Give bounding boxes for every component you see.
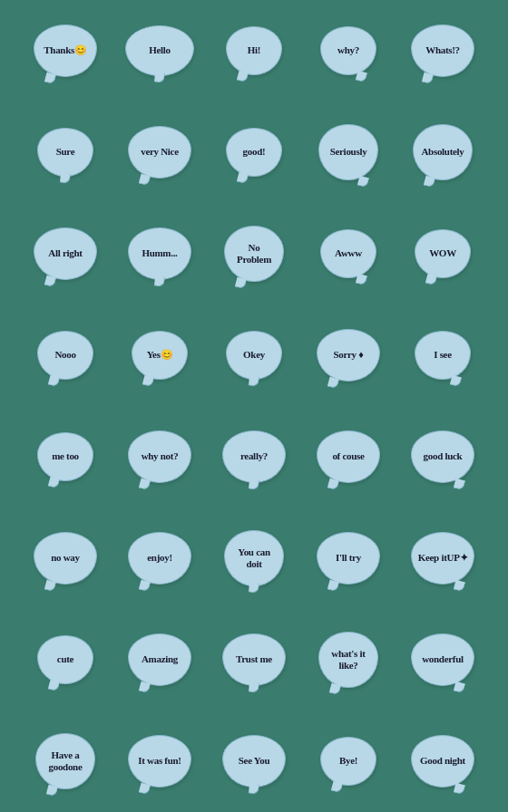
sticker-cell[interactable]: me too [20, 408, 111, 506]
bubble-text: Okey [243, 349, 265, 361]
bubble-text: Humm... [142, 247, 177, 259]
sticker-cell[interactable]: Sorry ♦ [303, 306, 394, 404]
sticker-cell[interactable]: wonderful [397, 611, 488, 709]
sticker-cell[interactable]: I see [397, 306, 488, 404]
speech-bubble: Seriously [318, 124, 378, 180]
sticker-cell[interactable]: Seriously [303, 103, 394, 201]
speech-bubble: Hi! [226, 26, 282, 75]
speech-bubble: I'll try [317, 532, 380, 585]
speech-bubble: wonderful [411, 633, 474, 686]
speech-bubble: No Problem [224, 226, 284, 282]
sticker-cell[interactable]: Sure [20, 103, 111, 201]
speech-bubble: Okey [226, 331, 282, 380]
sticker-cell[interactable]: WOW [397, 205, 488, 303]
sticker-cell[interactable]: Hi! [209, 2, 299, 100]
bubble-text: I'll try [336, 552, 361, 564]
sticker-cell[interactable]: It was fun! [114, 712, 205, 810]
speech-bubble: me too [37, 432, 93, 481]
sticker-cell[interactable]: See You [209, 712, 299, 810]
speech-bubble: Whats!? [411, 24, 474, 77]
speech-bubble: why? [320, 26, 376, 75]
sticker-cell[interactable]: Keep itUP✦ [397, 509, 488, 607]
sticker-cell[interactable]: Have a goodone [20, 712, 111, 810]
speech-bubble: what's it like? [318, 632, 378, 688]
sticker-cell[interactable]: Bye! [303, 712, 394, 810]
sticker-cell[interactable]: why? [303, 2, 394, 100]
sticker-cell[interactable]: Yes😊 [114, 306, 205, 404]
sticker-cell[interactable]: Nooo [20, 306, 111, 404]
bubble-text: Awww [335, 247, 362, 259]
sticker-cell[interactable]: no way [20, 509, 111, 607]
bubble-text: why not? [142, 450, 179, 462]
sticker-cell[interactable]: Trust me [209, 611, 299, 709]
bubble-text: good! [243, 146, 266, 158]
sticker-cell[interactable]: Humm... [114, 205, 205, 303]
sticker-cell[interactable]: good! [209, 103, 299, 201]
sticker-grid: Thanks😊HelloHi!why?Whats!?Surevery Niceg… [11, 0, 497, 812]
bubble-text: Yes😊 [147, 349, 173, 361]
speech-bubble: Trust me [222, 633, 286, 686]
sticker-cell[interactable]: cute [20, 611, 111, 709]
speech-bubble: Good night [411, 735, 474, 788]
sticker-cell[interactable]: You can doit [209, 509, 299, 607]
bubble-text: me too [52, 450, 79, 462]
bubble-text: You can doit [230, 546, 278, 570]
sticker-cell[interactable]: No Problem [209, 205, 299, 303]
speech-bubble: good! [226, 128, 282, 177]
speech-bubble: WOW [415, 229, 471, 278]
speech-bubble: very Nice [128, 126, 191, 179]
bubble-text: No Problem [230, 242, 278, 266]
bubble-text: of couse [332, 450, 364, 462]
sticker-cell[interactable]: Absolutely [397, 103, 488, 201]
sticker-cell[interactable]: enjoy! [114, 509, 205, 607]
sticker-cell[interactable]: Thanks😊 [20, 2, 111, 100]
sticker-cell[interactable]: Awww [303, 205, 394, 303]
bubble-text: why? [337, 44, 359, 56]
speech-bubble: good luck [411, 430, 474, 483]
bubble-text: Sorry ♦ [333, 349, 363, 361]
sticker-cell[interactable]: Good night [397, 712, 488, 810]
speech-bubble: It was fun! [128, 735, 191, 788]
speech-bubble: Keep itUP✦ [411, 532, 474, 585]
sticker-cell[interactable]: really? [209, 408, 299, 506]
speech-bubble: You can doit [224, 530, 284, 586]
speech-bubble: Awww [320, 229, 376, 278]
bubble-text: Hi! [248, 44, 260, 56]
speech-bubble: Hello [125, 25, 194, 76]
sticker-cell[interactable]: good luck [397, 408, 488, 506]
bubble-text: what's it like? [325, 648, 372, 672]
sticker-cell[interactable]: of couse [303, 408, 394, 506]
sticker-cell[interactable]: Amazing [114, 611, 205, 709]
speech-bubble: why not? [128, 430, 191, 483]
sticker-cell[interactable]: Whats!? [397, 2, 488, 100]
sticker-cell[interactable]: All right [20, 205, 111, 303]
speech-bubble: Thanks😊 [34, 24, 97, 77]
bubble-text: Have a goodone [42, 749, 89, 773]
bubble-text: I see [434, 349, 452, 361]
bubble-text: Keep itUP✦ [418, 552, 468, 564]
speech-bubble: really? [222, 430, 286, 483]
speech-bubble: Sorry ♦ [317, 329, 380, 382]
speech-bubble: See You [222, 735, 286, 788]
bubble-text: good luck [424, 450, 463, 462]
sticker-cell[interactable]: what's it like? [303, 611, 394, 709]
sticker-cell[interactable]: I'll try [303, 509, 394, 607]
bubble-text: Whats!? [425, 44, 460, 56]
sticker-cell[interactable]: why not? [114, 408, 205, 506]
sticker-cell[interactable]: very Nice [114, 103, 205, 201]
bubble-text: Trust me [236, 653, 272, 665]
bubble-text: wonderful [422, 653, 464, 665]
speech-bubble: enjoy! [128, 532, 191, 585]
speech-bubble: cute [37, 635, 93, 684]
bubble-text: See You [239, 755, 269, 767]
sticker-cell[interactable]: Okey [209, 306, 299, 404]
speech-bubble: Yes😊 [132, 331, 188, 380]
speech-bubble: no way [34, 532, 97, 585]
bubble-text: enjoy! [147, 552, 172, 564]
speech-bubble: Absolutely [413, 124, 473, 180]
bubble-text: Thanks😊 [44, 44, 86, 56]
sticker-cell[interactable]: Hello [114, 2, 205, 100]
speech-bubble: Have a goodone [35, 733, 95, 789]
bubble-text: really? [240, 450, 268, 462]
bubble-text: Absolutely [421, 146, 464, 158]
